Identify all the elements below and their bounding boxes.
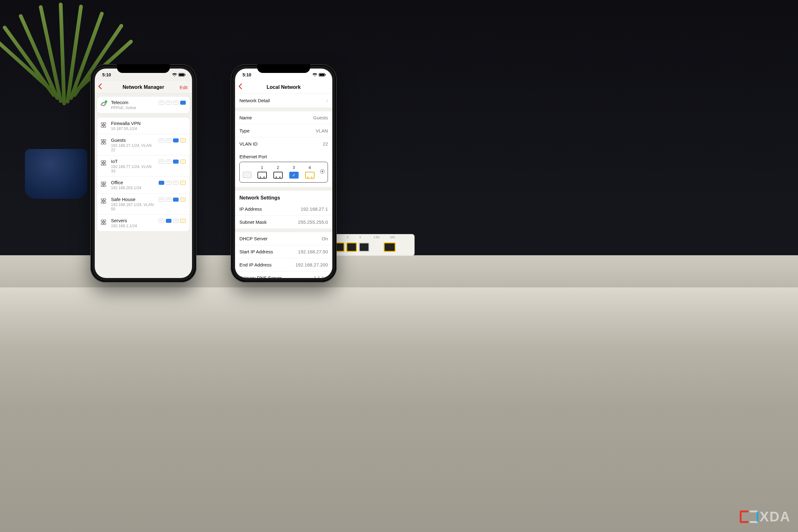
- setting-key: Subnet Mask: [240, 220, 267, 225]
- svg-rect-15: [101, 164, 103, 166]
- network-row[interactable]: Safe House192.168.187.1/24, VLAN 55: [97, 193, 190, 214]
- ethernet-port-icon[interactable]: [305, 172, 315, 178]
- wifi-icon: [172, 73, 177, 77]
- setting-value: 1.1.1.1: [314, 275, 328, 278]
- port-indicator: [159, 159, 164, 164]
- wan-card[interactable]: Telecom PPPoE, Active: [97, 97, 190, 113]
- network-detail-row[interactable]: Network Detail ›: [235, 94, 332, 108]
- page-title: Network Manager: [122, 84, 164, 90]
- svg-rect-17: [101, 182, 103, 184]
- network-row[interactable]: Guests192.168.27.1/24, VLAN 22: [97, 134, 190, 155]
- port-number: 3: [293, 165, 295, 170]
- network-row[interactable]: Servers192.168.1.1/24: [97, 214, 190, 231]
- port-indicator: [166, 138, 171, 142]
- port-indicator: [159, 219, 164, 223]
- phone-local-network: 5:10 Local Network Network Detail ›: [231, 64, 337, 282]
- svg-rect-31: [325, 74, 326, 75]
- network-row[interactable]: Firewalla VPN10.187.55.1/24: [97, 117, 190, 134]
- port-indicator: [173, 197, 178, 202]
- status-dot: [105, 100, 107, 103]
- svg-rect-21: [101, 199, 103, 201]
- port-indicator: [159, 138, 164, 142]
- setting-row[interactable]: Start IP Address192.168.27.50: [235, 245, 332, 258]
- battery-icon: [178, 73, 186, 77]
- setting-row[interactable]: Subnet Mask255.255.255.0: [235, 215, 332, 228]
- network-title: Firewalla VPN: [111, 120, 183, 126]
- port-indicator: [166, 101, 171, 105]
- setting-key: DHCP Server: [240, 236, 268, 241]
- ethernet-port-icon[interactable]: [258, 172, 267, 178]
- lan-icon: [100, 180, 108, 189]
- svg-rect-9: [101, 140, 103, 141]
- ethernet-port-icon[interactable]: ✓: [289, 172, 299, 178]
- svg-rect-18: [104, 182, 106, 184]
- ethernet-port-3[interactable]: 3✓: [288, 165, 299, 178]
- svg-rect-30: [320, 74, 324, 76]
- ethernet-port-icon[interactable]: [273, 172, 283, 178]
- ethernet-port-1[interactable]: 1: [256, 165, 267, 178]
- svg-rect-2: [185, 74, 186, 75]
- network-subtitle: 192.168.187.1/24, VLAN 55: [111, 203, 155, 211]
- back-button[interactable]: [98, 83, 102, 91]
- port-indicator: [173, 219, 178, 223]
- setting-row[interactable]: End IP Address192.168.27.200: [235, 258, 332, 271]
- ethernet-port-2[interactable]: 2: [272, 165, 283, 178]
- vlan-row[interactable]: VLAN ID 22: [235, 137, 332, 150]
- network-title: Guests: [111, 137, 155, 143]
- svg-rect-27: [101, 223, 103, 225]
- svg-rect-7: [101, 126, 103, 128]
- network-ports: [159, 197, 186, 202]
- add-port-button[interactable]: [320, 169, 324, 174]
- network-subtitle: 192.168.203.1/24: [111, 186, 155, 190]
- setting-key: IP Address: [240, 206, 262, 212]
- svg-rect-20: [104, 185, 106, 187]
- ethernet-port-panel: 123✓4: [240, 162, 328, 183]
- setting-row[interactable]: IP Address192.168.27.1: [235, 203, 332, 215]
- wifi-icon: [312, 73, 317, 77]
- network-subtitle: 192.168.1.1/24: [111, 224, 155, 228]
- planet-icon: [100, 100, 108, 109]
- setting-row[interactable]: Primary DNS Server1.1.1.1: [235, 271, 332, 278]
- ethernet-port-label: Ethernet Port: [235, 150, 332, 162]
- battery-icon: [319, 73, 326, 77]
- notch: [257, 64, 310, 73]
- nav-header: Network Manager Edit: [95, 81, 192, 94]
- port-number: 2: [277, 165, 279, 170]
- router-device: 1 2 3 2.5G 10G: [327, 234, 415, 256]
- nav-header: Local Network: [235, 81, 332, 94]
- network-ports: [159, 218, 186, 223]
- svg-rect-8: [104, 126, 106, 128]
- network-ports: [159, 137, 186, 142]
- wan-ports: [159, 100, 186, 105]
- network-row[interactable]: IoT192.168.77.1/24, VLAN 33: [97, 155, 190, 176]
- svg-rect-14: [104, 161, 106, 163]
- wan-title: Telecom: [111, 100, 155, 105]
- port-indicator: [180, 101, 186, 105]
- port-number: 1: [261, 165, 263, 170]
- port-indicator: [159, 197, 164, 202]
- port-indicator: [180, 181, 186, 185]
- type-row[interactable]: Type VLAN: [235, 124, 332, 137]
- svg-rect-5: [101, 123, 103, 125]
- ethernet-port-4[interactable]: 4: [304, 165, 315, 178]
- port-indicator: [180, 159, 186, 164]
- setting-key: Primary DNS Server: [240, 275, 282, 278]
- setting-value: 192.168.27.1: [301, 206, 328, 212]
- port-indicator: [173, 138, 178, 142]
- chevron-right-icon: ›: [326, 97, 328, 104]
- svg-rect-13: [101, 161, 103, 163]
- back-button[interactable]: [238, 83, 243, 91]
- setting-value: 192.168.27.50: [298, 249, 328, 254]
- network-title: Safe House: [111, 197, 155, 202]
- xda-watermark: XDA: [740, 509, 791, 525]
- network-row[interactable]: Office192.168.203.1/24: [97, 176, 190, 193]
- name-row[interactable]: Name Guests: [235, 111, 332, 124]
- svg-rect-16: [104, 164, 106, 166]
- port-indicator: [159, 101, 164, 105]
- port-indicator: [180, 197, 186, 202]
- port-number: 4: [309, 165, 311, 170]
- setting-row[interactable]: DHCP ServerOn: [235, 232, 332, 245]
- lan-icon: [100, 137, 108, 146]
- svg-rect-24: [104, 202, 106, 204]
- edit-button[interactable]: Edit: [179, 84, 188, 90]
